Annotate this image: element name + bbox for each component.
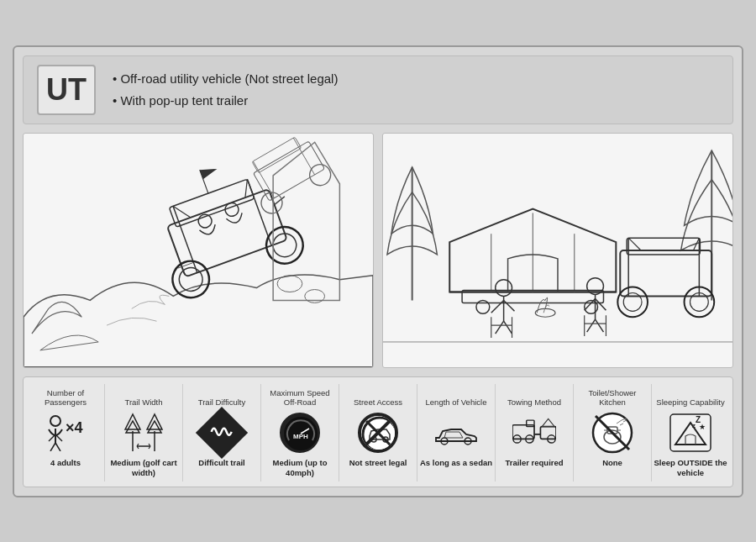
svg-line-47 [496,321,504,334]
header-section: UT • Off-road utility vehicle (Not stree… [23,55,733,124]
offroad-illustration [24,134,373,367]
image-offroad [23,133,374,368]
trail-width-icon [122,411,165,455]
svg-rect-15 [253,140,324,200]
towing-icon [512,411,556,455]
footer-street: Street Access Not street legal [339,384,417,481]
passengers-icon: ×4 [44,411,87,455]
footer-section: Number of Passengers ×4 4 adults [23,376,733,487]
svg-line-61 [55,443,60,451]
street-icon [356,411,400,455]
svg-text:★: ★ [699,423,706,431]
sleeping-label-bottom: Sleep OUTSIDE the vehicle [654,458,727,481]
trail-difficulty-icon [200,411,244,455]
svg-rect-94 [670,414,711,451]
length-label-top: Length of Vehicle [426,384,487,408]
toilet-label-bottom: None [602,458,622,481]
trail-difficulty-label-top: Trail Difficulty [198,384,245,408]
svg-text:×4: ×4 [66,419,83,436]
toilet-icon [591,411,634,455]
svg-point-42 [535,308,555,317]
svg-line-48 [504,321,512,334]
svg-point-38 [617,287,648,317]
svg-line-58 [49,434,55,441]
svg-rect-32 [620,250,711,296]
main-card: UT • Off-road utility vehicle (Not stree… [13,45,743,497]
tree-right [681,150,732,300]
svg-point-43 [496,279,512,296]
svg-point-56 [50,416,60,426]
camping-illustration [383,134,732,367]
footer-passengers: Number of Passengers ×4 4 adults [27,384,105,481]
svg-line-59 [55,434,62,441]
street-label-top: Street Access [354,384,402,408]
passengers-label-bottom: 4 adults [50,458,81,481]
length-label-bottom: As long as a sedan [420,458,492,481]
image-camping [382,133,733,368]
speed-icon: MPH [278,411,322,455]
svg-point-11 [261,221,308,268]
footer-sleeping: Sleeping Capability z Z ★ Sleep OUT [652,384,729,481]
trail-width-label-bottom: Medium (golf cart width) [107,458,181,481]
svg-line-36 [628,238,641,250]
svg-rect-16 [252,137,302,173]
trail-width-label-top: Trail Width [124,384,162,408]
sleeping-icon: z Z ★ [669,411,712,455]
passengers-label-top: Number of Passengers [29,384,102,408]
trail-difficulty-label-bottom: Difficult trail [198,458,244,481]
svg-point-9 [176,264,206,294]
header-bullets: • Off-road utility vehicle (Not street l… [113,68,338,111]
towing-label-top: Towing Method [507,384,561,408]
speed-label-bottom: Medium (up to 40mph) [263,458,337,481]
svg-point-19 [257,188,286,217]
sleeping-label-top: Sleeping Capability [656,384,724,408]
footer-trail-difficulty: Trail Difficulty Difficult trail [183,384,261,481]
footer-speed: Maximum Speed Off-Road MPH Medium (up to… [261,384,339,481]
images-row [23,133,733,368]
bullet2: • With pop-up tent trailer [113,90,338,112]
towing-label-bottom: Trailer required [505,458,563,481]
svg-point-21 [277,275,302,292]
svg-point-20 [306,160,334,189]
tree-left [387,166,437,299]
speed-label-top: Maximum Speed Off-Road [263,384,337,408]
svg-line-46 [504,300,515,311]
bullet1: • Off-road utility vehicle (Not street l… [113,68,338,90]
vehicle-code: UT [37,65,96,115]
footer-towing: Towing Method Trail [496,384,574,481]
svg-line-54 [596,319,604,332]
footer-trail-width: Trail Width [105,384,183,481]
footer-toilet: Toilet/Shower Kitchen None [574,384,652,481]
svg-line-53 [587,319,596,332]
diamond-wave-icon [210,423,234,442]
svg-text:MPH: MPH [293,433,308,440]
toilet-label-top: Toilet/Shower Kitchen [575,384,649,408]
length-icon [434,411,478,455]
svg-line-60 [50,443,55,451]
footer-length: Length of Vehicle As long as a sedan [417,384,496,481]
street-label-bottom: Not street legal [349,458,407,481]
